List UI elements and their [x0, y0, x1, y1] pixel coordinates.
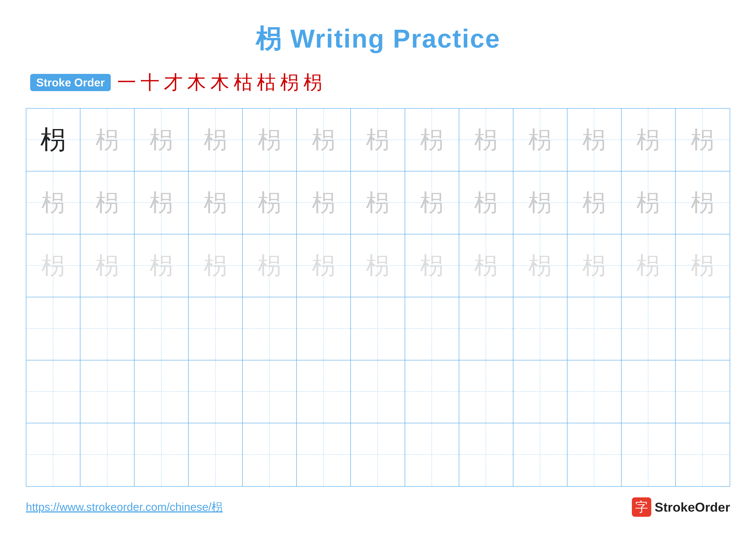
grid-cell-6-9[interactable]	[459, 423, 513, 486]
char-light: 枴	[312, 187, 336, 219]
grid-cell-1-9[interactable]: 枴	[459, 109, 513, 171]
grid-cell-3-7[interactable]: 枴	[351, 234, 405, 297]
char-light: 枴	[582, 187, 606, 219]
grid-row-6	[26, 423, 730, 486]
char-light: 枴	[204, 187, 228, 219]
char-light: 枴	[420, 187, 444, 219]
grid-cell-5-5[interactable]	[243, 360, 297, 423]
grid-cell-3-4[interactable]: 枴	[189, 234, 243, 297]
grid-cell-3-11[interactable]: 枴	[567, 234, 622, 297]
grid-cell-3-6[interactable]: 枴	[297, 234, 351, 297]
char-light: 枴	[204, 124, 228, 156]
grid-cell-2-7[interactable]: 枴	[351, 171, 405, 234]
grid-cell-1-12[interactable]: 枴	[622, 109, 676, 171]
grid-cell-1-2[interactable]: 枴	[80, 109, 134, 171]
grid-cell-1-8[interactable]: 枴	[405, 109, 459, 171]
grid-row-1: 枴 枴 枴 枴 枴 枴 枴 枴 枴 枴 枴 枴 枴	[26, 109, 730, 171]
grid-cell-1-1[interactable]: 枴	[26, 109, 80, 171]
grid-cell-3-13[interactable]: 枴	[676, 234, 730, 297]
char-lighter: 枴	[636, 250, 660, 282]
grid-cell-6-1[interactable]	[26, 423, 80, 486]
grid-cell-6-12[interactable]	[622, 423, 676, 486]
grid-cell-6-2[interactable]	[80, 423, 134, 486]
grid-cell-4-4[interactable]	[189, 297, 243, 360]
grid-cell-2-13[interactable]: 枴	[676, 171, 730, 234]
char-light: 枴	[420, 124, 444, 156]
grid-cell-2-5[interactable]: 枴	[243, 171, 297, 234]
grid-cell-3-10[interactable]: 枴	[513, 234, 567, 297]
grid-cell-1-4[interactable]: 枴	[189, 109, 243, 171]
grid-cell-4-7[interactable]	[351, 297, 405, 360]
grid-cell-6-13[interactable]	[676, 423, 730, 486]
grid-cell-4-9[interactable]	[459, 297, 513, 360]
grid-cell-2-6[interactable]: 枴	[297, 171, 351, 234]
grid-cell-3-2[interactable]: 枴	[80, 234, 134, 297]
grid-cell-3-12[interactable]: 枴	[622, 234, 676, 297]
grid-cell-5-1[interactable]	[26, 360, 80, 423]
grid-cell-5-12[interactable]	[622, 360, 676, 423]
char-lighter: 枴	[582, 250, 606, 282]
grid-cell-2-1[interactable]: 枴	[26, 171, 80, 234]
grid-cell-6-3[interactable]	[134, 423, 189, 486]
grid-cell-1-10[interactable]: 枴	[513, 109, 567, 171]
grid-cell-5-6[interactable]	[297, 360, 351, 423]
footer-url[interactable]: https://www.strokeorder.com/chinese/枴	[26, 499, 223, 515]
grid-cell-5-3[interactable]	[134, 360, 189, 423]
grid-cell-5-8[interactable]	[405, 360, 459, 423]
grid-cell-3-1[interactable]: 枴	[26, 234, 80, 297]
char-lighter: 枴	[420, 250, 444, 282]
grid-cell-5-7[interactable]	[351, 360, 405, 423]
grid-cell-1-7[interactable]: 枴	[351, 109, 405, 171]
grid-row-5	[26, 360, 730, 423]
grid-cell-6-11[interactable]	[567, 423, 622, 486]
grid-cell-5-11[interactable]	[567, 360, 622, 423]
grid-cell-2-4[interactable]: 枴	[189, 171, 243, 234]
stroke-order-badge: Stroke Order	[30, 74, 111, 91]
grid-cell-5-10[interactable]	[513, 360, 567, 423]
grid-cell-1-13[interactable]: 枴	[676, 109, 730, 171]
grid-cell-2-11[interactable]: 枴	[567, 171, 622, 234]
char-lighter: 枴	[474, 250, 498, 282]
grid-cell-2-8[interactable]: 枴	[405, 171, 459, 234]
grid-cell-4-5[interactable]	[243, 297, 297, 360]
grid-cell-5-9[interactable]	[459, 360, 513, 423]
char-light: 枴	[95, 187, 119, 219]
grid-cell-4-10[interactable]	[513, 297, 567, 360]
grid-cell-2-10[interactable]: 枴	[513, 171, 567, 234]
grid-cell-3-5[interactable]: 枴	[243, 234, 297, 297]
grid-cell-2-3[interactable]: 枴	[134, 171, 189, 234]
grid-cell-1-5[interactable]: 枴	[243, 109, 297, 171]
char-lighter: 枴	[95, 250, 119, 282]
grid-cell-2-2[interactable]: 枴	[80, 171, 134, 234]
stroke-9: 枴	[304, 69, 322, 95]
grid-cell-5-2[interactable]	[80, 360, 134, 423]
grid-cell-3-3[interactable]: 枴	[134, 234, 189, 297]
grid-cell-2-9[interactable]: 枴	[459, 171, 513, 234]
grid-cell-4-3[interactable]	[134, 297, 189, 360]
grid-cell-1-3[interactable]: 枴	[134, 109, 189, 171]
stroke-3: 才	[164, 69, 183, 95]
grid-cell-6-8[interactable]	[405, 423, 459, 486]
grid-cell-6-5[interactable]	[243, 423, 297, 486]
grid-cell-4-13[interactable]	[676, 297, 730, 360]
grid-cell-4-12[interactable]	[622, 297, 676, 360]
grid-cell-3-8[interactable]: 枴	[405, 234, 459, 297]
grid-cell-6-4[interactable]	[189, 423, 243, 486]
grid-cell-4-8[interactable]	[405, 297, 459, 360]
grid-cell-3-9[interactable]: 枴	[459, 234, 513, 297]
grid-cell-6-7[interactable]	[351, 423, 405, 486]
grid-cell-6-6[interactable]	[297, 423, 351, 486]
stroke-8: 枴	[280, 69, 299, 95]
grid-cell-1-11[interactable]: 枴	[567, 109, 622, 171]
grid-cell-5-4[interactable]	[189, 360, 243, 423]
grid-cell-4-6[interactable]	[297, 297, 351, 360]
grid-cell-5-13[interactable]	[676, 360, 730, 423]
grid-cell-4-2[interactable]	[80, 297, 134, 360]
grid-cell-2-12[interactable]: 枴	[622, 171, 676, 234]
logo-char: 字	[635, 498, 648, 516]
grid-cell-1-6[interactable]: 枴	[297, 109, 351, 171]
grid-cell-6-10[interactable]	[513, 423, 567, 486]
char-light: 枴	[312, 124, 336, 156]
grid-cell-4-1[interactable]	[26, 297, 80, 360]
grid-cell-4-11[interactable]	[567, 297, 622, 360]
